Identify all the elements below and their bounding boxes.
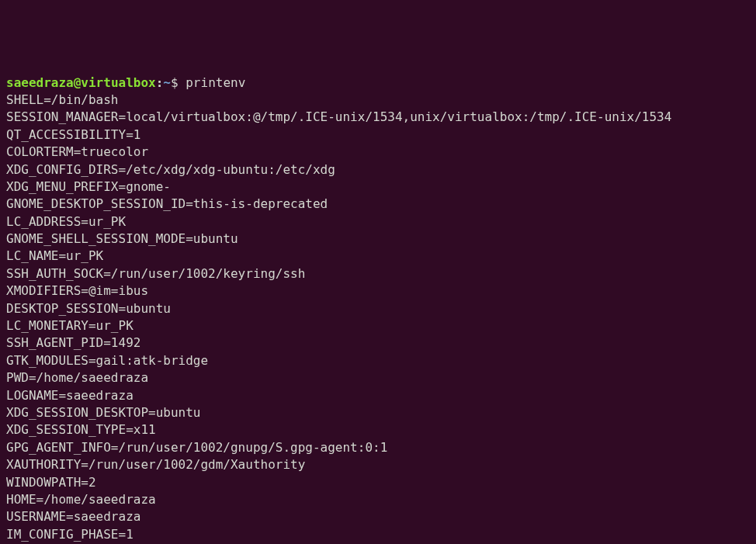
env-line: XMODIFIERS=@im=ibus — [6, 282, 750, 300]
env-line: GPG_AGENT_INFO=/run/user/1002/gnupg/S.gp… — [6, 439, 750, 456]
env-line: XDG_SESSION_TYPE=x11 — [6, 421, 750, 438]
env-line: GNOME_DESKTOP_SESSION_ID=this-is-depreca… — [6, 196, 750, 213]
env-line: GNOME_SHELL_SESSION_MODE=ubuntu — [6, 230, 750, 248]
env-line: DESKTOP_SESSION=ubuntu — [6, 300, 750, 317]
env-line: XDG_MENU_PREFIX=gnome- — [6, 178, 750, 196]
prompt-host: virtualbox — [81, 75, 155, 90]
env-line: XAUTHORITY=/run/user/1002/gdm/Xauthority — [6, 456, 750, 473]
env-line: COLORTERM=truecolor — [6, 144, 750, 161]
env-line: SESSION_MANAGER=local/virtualbox:@/tmp/.… — [6, 109, 750, 126]
prompt: saeedraza@virtualbox:~$ — [6, 75, 179, 90]
prompt-path: ~ — [163, 75, 171, 90]
env-line: SSH_AGENT_PID=1492 — [6, 334, 750, 352]
env-line: USERNAME=saeedraza — [6, 508, 750, 525]
prompt-colon: : — [156, 75, 164, 90]
prompt-dollar: $ — [171, 75, 179, 90]
env-line: LC_ADDRESS=ur_PK — [6, 213, 750, 230]
env-line: HOME=/home/saeedraza — [6, 491, 750, 508]
env-line: SHELL=/bin/bash — [6, 92, 750, 109]
env-line: LC_NAME=ur_PK — [6, 248, 750, 265]
env-line: WINDOWPATH=2 — [6, 474, 750, 491]
prompt-at: @ — [74, 75, 81, 90]
terminal-window[interactable]: saeedraza@virtualbox:~$ printenv SHELL=/… — [6, 74, 750, 544]
env-line: IM_CONFIG_PHASE=1 — [6, 526, 750, 543]
env-line: SSH_AUTH_SOCK=/run/user/1002/keyring/ssh — [6, 265, 750, 282]
env-line: XDG_CONFIG_DIRS=/etc/xdg/xdg-ubuntu:/etc… — [6, 161, 750, 178]
env-line: PWD=/home/saeedraza — [6, 369, 750, 386]
env-line: QT_ACCESSIBILITY=1 — [6, 126, 750, 144]
env-line: LOGNAME=saeedraza — [6, 387, 750, 404]
env-line: XDG_SESSION_DESKTOP=ubuntu — [6, 404, 750, 421]
env-line: LC_MONETARY=ur_PK — [6, 317, 750, 334]
command-input[interactable]: printenv — [186, 75, 245, 90]
env-line: GTK_MODULES=gail:atk-bridge — [6, 352, 750, 369]
prompt-user: saeedraza — [6, 75, 74, 90]
